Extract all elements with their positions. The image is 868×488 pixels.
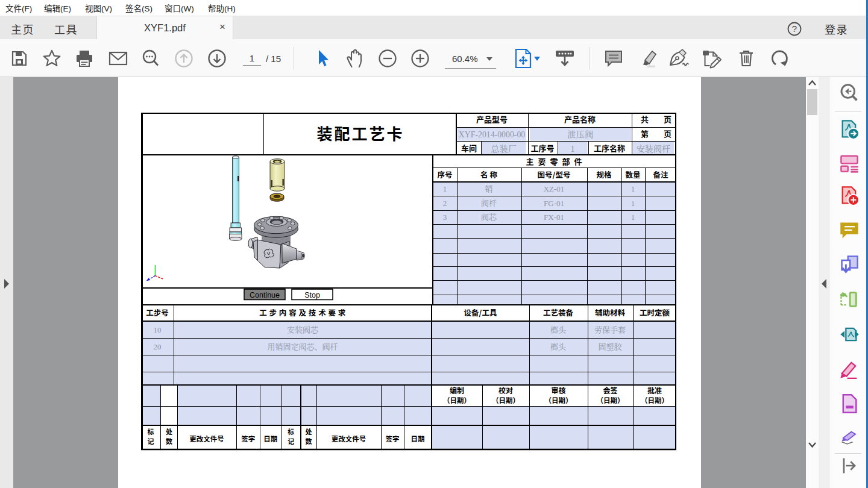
svg-text:第: 第 bbox=[641, 128, 649, 139]
svg-text:Continue: Continue bbox=[250, 290, 280, 299]
svg-text:校对: 校对 bbox=[498, 385, 513, 395]
svg-text:安装阀杆: 安装阀杆 bbox=[637, 142, 670, 154]
svg-text:辅助材料: 辅助材料 bbox=[595, 307, 626, 318]
svg-text:阀芯: 阀芯 bbox=[481, 211, 497, 222]
svg-text:（日期）: （日期） bbox=[545, 395, 573, 405]
svg-text:数: 数 bbox=[166, 436, 172, 446]
svg-text:产品型号: 产品型号 bbox=[476, 113, 508, 125]
svg-text:工序号: 工序号 bbox=[530, 142, 554, 154]
svg-text:备注: 备注 bbox=[653, 169, 668, 180]
svg-text:泄压阀: 泄压阀 bbox=[567, 127, 594, 139]
svg-text:规格: 规格 bbox=[596, 169, 612, 180]
svg-text:1: 1 bbox=[631, 184, 635, 193]
svg-text:会签: 会签 bbox=[603, 385, 617, 395]
svg-text:页: 页 bbox=[664, 128, 671, 139]
svg-text:图号/型号: 图号/型号 bbox=[538, 169, 571, 180]
svg-text:总装厂: 总装厂 bbox=[491, 142, 517, 154]
svg-text:设备/工具: 设备/工具 bbox=[464, 307, 497, 318]
svg-text:榔头: 榔头 bbox=[550, 324, 567, 335]
svg-text:20: 20 bbox=[154, 342, 162, 351]
svg-text:工时定额: 工时定额 bbox=[640, 307, 670, 318]
svg-text:审核: 审核 bbox=[551, 385, 565, 395]
svg-text:序号: 序号 bbox=[437, 169, 452, 180]
svg-text:劳保手套: 劳保手套 bbox=[594, 324, 626, 335]
svg-text:2: 2 bbox=[443, 198, 447, 207]
svg-text:（日期）: （日期） bbox=[492, 395, 520, 405]
svg-text:安装阀芯: 安装阀芯 bbox=[287, 324, 319, 335]
svg-text:批准: 批准 bbox=[647, 385, 662, 395]
svg-text:主 要 零 部 件: 主 要 零 部 件 bbox=[526, 155, 583, 167]
svg-text:工 步 内 容 及 技 术 要 求: 工 步 内 容 及 技 术 要 求 bbox=[259, 307, 346, 318]
svg-text:数: 数 bbox=[306, 436, 312, 446]
svg-text:数量: 数量 bbox=[625, 169, 640, 180]
svg-text:编制: 编制 bbox=[450, 385, 464, 395]
svg-text:共: 共 bbox=[641, 113, 649, 125]
svg-text:XYF-2014-0000-00: XYF-2014-0000-00 bbox=[459, 130, 525, 139]
svg-text:记: 记 bbox=[288, 436, 294, 446]
svg-text:日期: 日期 bbox=[263, 434, 277, 443]
svg-text:工艺装备: 工艺装备 bbox=[543, 307, 574, 318]
svg-text:标: 标 bbox=[148, 427, 154, 436]
svg-text:名 称: 名 称 bbox=[480, 169, 497, 180]
svg-text:装配工艺卡: 装配工艺卡 bbox=[316, 122, 404, 144]
svg-text:FG-01: FG-01 bbox=[544, 198, 564, 207]
svg-text:（日期）: （日期） bbox=[597, 395, 624, 405]
svg-text:1: 1 bbox=[571, 144, 575, 153]
svg-text:处: 处 bbox=[306, 427, 312, 436]
svg-text:（日期）: （日期） bbox=[443, 395, 471, 405]
svg-text:产品名称: 产品名称 bbox=[564, 113, 596, 125]
svg-text:签字: 签字 bbox=[241, 434, 255, 443]
svg-text:工步号: 工步号 bbox=[146, 307, 169, 318]
svg-text:处: 处 bbox=[166, 427, 172, 436]
svg-text:榔头: 榔头 bbox=[550, 340, 567, 352]
svg-text:10: 10 bbox=[154, 325, 162, 334]
svg-text:记: 记 bbox=[148, 436, 154, 446]
svg-text:1: 1 bbox=[443, 184, 447, 193]
svg-text:销: 销 bbox=[485, 183, 492, 194]
svg-text:车间: 车间 bbox=[461, 142, 477, 154]
svg-text:更改文件号: 更改文件号 bbox=[189, 434, 224, 443]
svg-text:工序名称: 工序名称 bbox=[594, 142, 625, 154]
svg-text:?: ? bbox=[792, 23, 797, 34]
svg-text:1: 1 bbox=[631, 213, 635, 222]
svg-text:更改文件号: 更改文件号 bbox=[332, 434, 366, 443]
svg-text:1: 1 bbox=[631, 198, 635, 207]
svg-text:页: 页 bbox=[664, 113, 671, 125]
svg-text:XZ-01: XZ-01 bbox=[544, 184, 565, 193]
svg-text:标: 标 bbox=[288, 427, 294, 436]
svg-text:Stop: Stop bbox=[304, 290, 320, 299]
svg-text:阀杆: 阀杆 bbox=[481, 196, 497, 208]
svg-text:FX-01: FX-01 bbox=[544, 213, 564, 222]
svg-text:3: 3 bbox=[443, 213, 447, 222]
svg-text:（日期）: （日期） bbox=[641, 395, 668, 405]
svg-text:用销固定阀芯、阀杆: 用销固定阀芯、阀杆 bbox=[267, 340, 338, 352]
svg-text:固塑胶: 固塑胶 bbox=[598, 340, 622, 352]
svg-text:签字: 签字 bbox=[386, 434, 400, 443]
svg-text:日期: 日期 bbox=[411, 434, 425, 443]
